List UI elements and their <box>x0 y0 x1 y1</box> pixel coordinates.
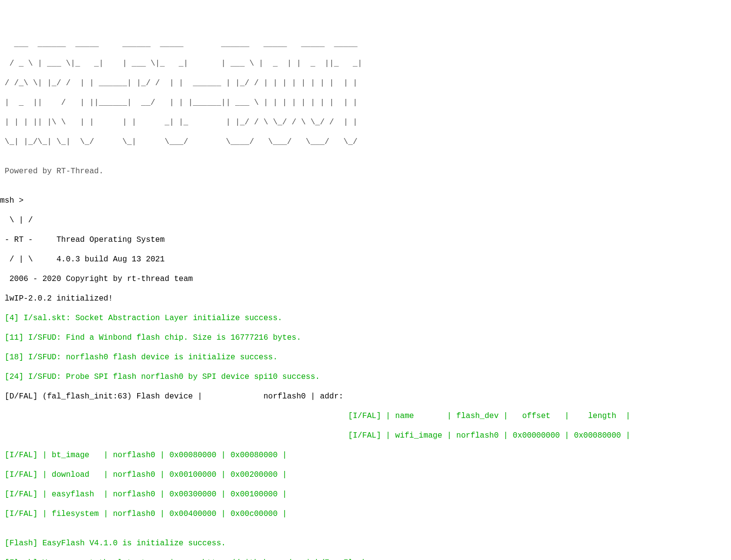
ascii-art-line: \_| |_/\_| \_| \_/ \_| \___/ \____/ \___… <box>0 137 731 147</box>
build-line: / | \ 4.0.3 build Aug 13 2021 <box>0 255 731 264</box>
fal-row-bt: [I/FAL] | bt_image | norflash0 | 0x00080… <box>0 450 731 460</box>
dfal-log: [D/FAL] (fal_flash_init:63) Flash device… <box>0 392 731 401</box>
lwip-line: lwIP-2.0.2 initialized! <box>0 294 731 303</box>
ascii-art-line: ___ ______ _____ ______ _____ ______ ___… <box>0 39 731 49</box>
logo-line: \ | / <box>0 215 731 225</box>
sfud-log: [18] I/SFUD: norflash0 flash device is i… <box>0 352 731 362</box>
fal-row-wifi: [I/FAL] | wifi_image | norflash0 | 0x000… <box>0 431 731 441</box>
rt-thread-line: - RT - Thread Operating System <box>0 235 731 245</box>
flash-log: [Flash] EasyFlash V4.1.0 is initialize s… <box>0 538 731 548</box>
sfud-log: [11] I/SFUD: Find a Winbond flash chip. … <box>0 333 731 343</box>
sal-log: [4] I/sal.skt: Socket Abstraction Layer … <box>0 313 731 323</box>
ascii-art-line: / _ \ | ___ \|_ _| | ___ \|_ _| | ___ \ … <box>0 59 731 69</box>
terminal-output[interactable]: ___ ______ _____ ______ _____ ______ ___… <box>0 39 731 560</box>
msh-prompt: msh > <box>0 196 731 206</box>
fal-row-easyflash: [I/FAL] | easyflash | norflash0 | 0x0030… <box>0 490 731 499</box>
sfud-log: [24] I/SFUD: Probe SPI flash norflash0 b… <box>0 372 731 382</box>
powered-by: Powered by RT-Thread. <box>0 166 731 176</box>
fal-header: [I/FAL] | name | flash_dev | offset | le… <box>0 411 731 421</box>
ascii-art-line: | _ || / | ||______| __/ | | |______|| _… <box>0 98 731 108</box>
copyright-line: 2006 - 2020 Copyright by rt-thread team <box>0 274 731 284</box>
flash-log: [Flash] You can get the latest version o… <box>0 558 731 560</box>
fal-row-filesystem: [I/FAL] | filesystem | norflash0 | 0x004… <box>0 509 731 519</box>
ascii-art-line: | | | || |\ \ | | | | _| |_ | |_/ / \ \_… <box>0 117 731 127</box>
ascii-art-line: / /_\ \| |_/ / | | ______| |_/ / | | ___… <box>0 78 731 88</box>
fal-row-download: [I/FAL] | download | norflash0 | 0x00100… <box>0 470 731 480</box>
